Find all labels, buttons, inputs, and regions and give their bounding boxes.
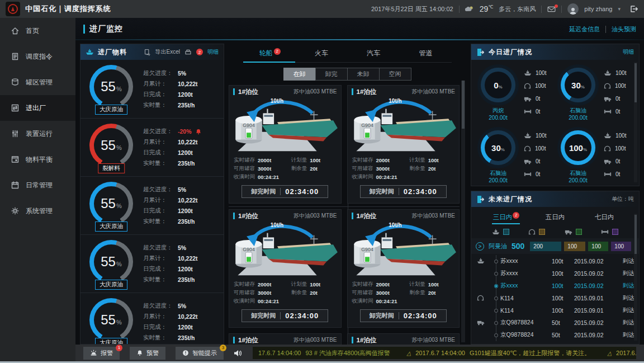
- berth-title: 1#泊位: [357, 336, 377, 345]
- sidebar-item-tankfarm[interactable]: 罐区管理: [0, 69, 75, 95]
- product-amount: 200.00t: [476, 177, 520, 183]
- arrival-row[interactable]: 苏xxxx 100t 2015.09.02 到达: [477, 255, 634, 267]
- tab-train[interactable]: 火车: [295, 45, 347, 63]
- filter-not-unloaded[interactable]: 未卸: [347, 68, 380, 81]
- berth-card: 1#泊位 苏中油003 MTBE: [347, 85, 460, 204]
- alarm-button[interactable]: 报警 1: [83, 347, 120, 360]
- user-avatar[interactable]: [567, 3, 579, 15]
- divider: [561, 6, 562, 13]
- center-scrollbar-track[interactable]: [461, 81, 465, 342]
- berth-title: 1#泊位: [357, 212, 377, 220]
- unload-finish-time-button[interactable]: 卸完时间02:34:00: [242, 309, 328, 322]
- enter-plant-icon: [476, 48, 485, 56]
- tab-5-days[interactable]: 五日内: [531, 209, 580, 224]
- username-label[interactable]: pity zhang: [584, 6, 612, 12]
- smart-tip-button[interactable]: 智能提示 3: [176, 347, 224, 360]
- arrival-row[interactable]: 苏xxxx 100t 2015.09.02 到达: [477, 267, 634, 280]
- arrival-date: 2015.09.02: [574, 270, 615, 277]
- tab-truck[interactable]: 汽车: [348, 45, 400, 63]
- speaker-icon[interactable]: [234, 350, 243, 357]
- link-oil-head-forecast[interactable]: 油头预测: [612, 25, 636, 34]
- center-scrollbar-thumb[interactable]: [462, 81, 465, 129]
- train-icon: [524, 145, 531, 152]
- warning-button[interactable]: 预警: [130, 347, 165, 360]
- future-scrollbar-track[interactable]: [634, 214, 637, 341]
- transport-icon-cell: [477, 295, 491, 302]
- sidebar-item-dispatch[interactable]: 调度指令: [0, 44, 75, 69]
- materials-panel-title: 进厂物料: [98, 48, 127, 57]
- filter-unloaded[interactable]: 卸完: [315, 68, 348, 81]
- tab-7-days[interactable]: 七日内: [580, 209, 629, 224]
- material-progress-gauge: 55%: [89, 298, 133, 342]
- tab-ship[interactable]: 轮船2: [243, 45, 295, 63]
- today-scrollbar-thumb[interactable]: [634, 63, 637, 102]
- material-progress-gauge: 55%: [89, 182, 133, 225]
- berth-title: 1#泊位: [238, 212, 258, 220]
- transport-tabs: 轮船2 火车 汽车 管道: [243, 45, 452, 63]
- tab-3-days[interactable]: 三日内2: [481, 209, 531, 224]
- quantity: 100t: [552, 295, 574, 301]
- filter-unloading[interactable]: 在卸: [283, 68, 316, 81]
- unloading-illustration: G904 10t/h: [229, 222, 341, 279]
- berth-cards-grid: 1#泊位 苏中油003 MTBE: [229, 85, 466, 345]
- dispatch-order-icon: [11, 52, 20, 61]
- arrival-row[interactable]: 苏xxxx 100t 2015.09.02 到达: [477, 280, 634, 292]
- today-gauge-group: 30% 石脑油 200.00t 100t 100t 0t: [556, 62, 636, 125]
- tank-level-indicator: [365, 133, 370, 138]
- future-panel-title: 未来进厂情况: [489, 195, 532, 204]
- arrival-date: 2015.09.01: [574, 307, 615, 314]
- arrival-row[interactable]: 京Q9878824 50t 2015.09.02 到达: [477, 317, 634, 329]
- train-icon: [477, 295, 484, 301]
- top-bar: 中国石化｜调度指挥系统 2017年5月22日 周五 14:00:02 29℃ 多…: [0, 0, 644, 18]
- summary-bar: 100: [564, 242, 585, 251]
- mail-icon[interactable]: [547, 6, 556, 12]
- unit-label: 单位：吨: [612, 195, 634, 203]
- report-icon[interactable]: [184, 49, 192, 55]
- future-scrollbar-thumb[interactable]: [634, 215, 637, 254]
- app-window: 中国石化｜调度指挥系统 2017年5月22日 周五 14:00:02 29℃ 多…: [0, 0, 644, 363]
- in-out-icon: [11, 103, 20, 112]
- unloading-illustration: G904 10t/h: [348, 222, 460, 279]
- unload-finish-time-button[interactable]: 卸完时间02:34:00: [242, 185, 328, 198]
- filter-idle[interactable]: 空闲: [379, 68, 411, 81]
- unload-finish-time-button[interactable]: 卸完时间02:34:00: [360, 185, 447, 198]
- accent-bar: [233, 337, 235, 343]
- material-stats: 超欠进度：-20% 月累计：10,222t 日完成：1200t 实时量：235t…: [143, 126, 217, 169]
- sidebar-item-unit-operation[interactable]: 装置运行: [0, 121, 75, 147]
- sidebar-item-inout-plant[interactable]: 进出厂: [0, 95, 75, 121]
- status-filter-tabs: 在卸 卸完 未卸 空闲: [229, 68, 466, 81]
- arrival-row[interactable]: K114 100t 2015.09.01 到达: [477, 292, 634, 304]
- carrier-name: 京Q9878824: [500, 331, 552, 339]
- today-progress-gauge: 30%: [561, 68, 595, 102]
- unloading-monitor-panel: 轮船2 火车 汽车 管道 在卸 卸完 未卸 空闲: [229, 44, 466, 345]
- today-panel-title: 今日进厂情况: [489, 48, 532, 57]
- tab-pipeline[interactable]: 管道: [400, 45, 452, 63]
- sidebar-item-system-management[interactable]: 系统管理: [0, 198, 75, 224]
- pipeline-icon: [524, 109, 532, 115]
- link-delay-fee-info[interactable]: 延迟金信息: [569, 25, 600, 34]
- arrival-status: 到达: [615, 294, 634, 302]
- vessel-name: 苏中油003 MTBE: [293, 212, 337, 220]
- sidebar-item-home[interactable]: 首页: [0, 18, 75, 44]
- chevron-down-icon[interactable]: ▾: [618, 6, 621, 12]
- expand-icon[interactable]: >: [476, 242, 484, 251]
- export-excel-button[interactable]: 导出Excel: [155, 48, 180, 56]
- today-mode-stats: 100t 100t 0t 0t: [524, 125, 546, 181]
- today-detail-link[interactable]: 明细: [623, 48, 634, 56]
- sidebar-item-daily-management[interactable]: 日常管理: [0, 172, 75, 198]
- arrival-row[interactable]: K114 100t 2015.09.01 到达: [477, 304, 634, 317]
- materials-detail-link[interactable]: 明细: [207, 48, 219, 56]
- balance-icon: [11, 155, 20, 164]
- page-header: 进厂监控 延迟金信息 油头预测: [75, 18, 644, 40]
- unload-finish-time-button[interactable]: 卸完时间02:34:00: [360, 309, 447, 322]
- arrival-row[interactable]: 京Q9878824 50t 2015.09.02 到达: [477, 329, 634, 341]
- berth-card: 1#泊位 苏中油003 MTBE: [347, 209, 460, 328]
- alert-text: G101罐温度40℃，超过上限报警，请关注。: [470, 349, 591, 357]
- today-progress-gauge: 30%: [481, 130, 515, 165]
- accent-bar: [352, 88, 353, 95]
- tank-level-indicator: [247, 133, 251, 138]
- export-icon[interactable]: [144, 49, 151, 56]
- sidebar-item-material-balance[interactable]: 物料平衡: [0, 147, 75, 172]
- logout-icon[interactable]: [629, 5, 638, 13]
- today-scrollbar-track[interactable]: [634, 62, 637, 182]
